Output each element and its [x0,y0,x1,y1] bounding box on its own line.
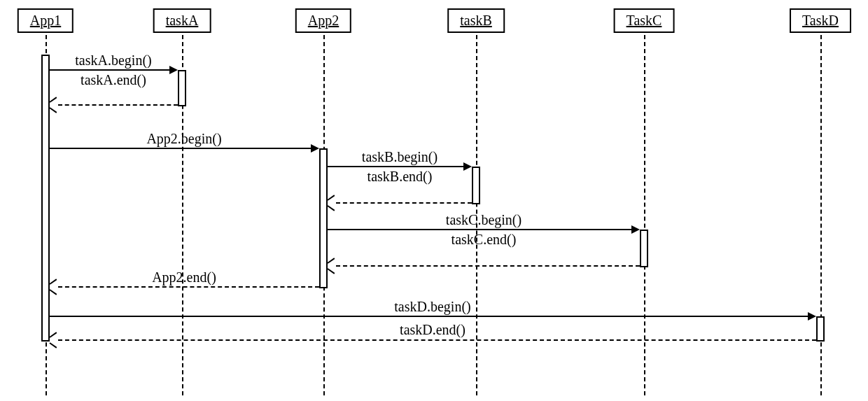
participant-app1: App1 [18,8,74,33]
participant-taskB: taskB [447,8,505,33]
msg-label: App2.end() [152,269,216,287]
participant-label: App1 [30,13,61,28]
activation-app1 [41,55,50,342]
sequence-diagram: App1 taskA App2 taskB TaskC TaskD taskA.… [0,0,868,401]
msg-label: taskC.begin() [446,212,522,230]
participant-label: TaskD [802,13,839,28]
msg-label: taskA.begin() [75,52,151,70]
activation-taskB [472,167,480,204]
msg-label: App2.begin() [146,131,221,148]
msg-label: taskA.end() [80,72,146,90]
activation-app2 [319,148,328,288]
activation-taskC [640,230,648,267]
lifeline-taskC [644,35,645,395]
msg-label: taskD.end() [400,321,465,338]
participant-label: taskB [460,13,492,28]
participant-taskA: taskA [153,8,211,33]
participant-label: taskA [166,13,199,28]
participant-label: App2 [308,13,339,28]
participant-taskC: TaskC [614,8,675,33]
activation-taskD [816,316,825,342]
participant-app2: App2 [295,8,351,33]
participant-taskD: TaskD [790,8,851,33]
activation-taskA [178,70,186,106]
msg-label: taskD.begin() [394,299,470,316]
msg-label: taskB.end() [368,169,433,186]
participant-label: TaskC [626,13,662,28]
msg-label: taskB.begin() [362,149,438,167]
msg-label: taskC.end() [451,232,517,249]
